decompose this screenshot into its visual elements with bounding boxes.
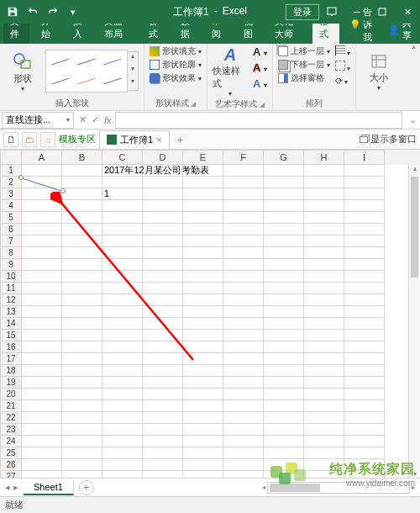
cell[interactable] [344, 188, 385, 200]
cell[interactable] [304, 447, 344, 459]
collapse-ribbon-icon[interactable]: ˄ [408, 44, 420, 110]
text-outline-button[interactable]: A ▾ [253, 61, 267, 74]
cell[interactable] [223, 306, 264, 318]
cell[interactable] [22, 247, 62, 259]
cell[interactable] [62, 224, 102, 235]
shape-line-2[interactable] [74, 52, 99, 71]
cell[interactable] [304, 165, 344, 177]
cell[interactable] [183, 424, 223, 436]
cell[interactable] [304, 306, 344, 318]
cell[interactable] [223, 200, 264, 212]
cell[interactable] [304, 318, 344, 330]
cell[interactable] [143, 341, 183, 353]
cell[interactable] [304, 224, 344, 235]
col-header-C[interactable]: C [102, 150, 143, 165]
cell[interactable] [143, 447, 183, 459]
cell[interactable] [183, 165, 223, 177]
shape-handle-start[interactable] [18, 175, 24, 180]
col-header-F[interactable]: F [223, 150, 264, 165]
cell[interactable] [264, 306, 304, 318]
cell[interactable] [62, 259, 102, 271]
row-header[interactable]: 16 [0, 341, 22, 353]
cell[interactable] [264, 400, 304, 412]
shape-outline-button[interactable]: 形状轮廓▾ [150, 59, 202, 71]
cell[interactable] [344, 200, 385, 212]
cell[interactable] [183, 365, 223, 377]
row-header[interactable]: 10 [0, 271, 22, 283]
cell[interactable] [264, 212, 304, 224]
cell[interactable] [143, 247, 183, 259]
cell[interactable] [22, 389, 62, 400]
cell[interactable] [143, 389, 183, 400]
cell[interactable] [344, 247, 385, 259]
cell[interactable] [183, 318, 223, 330]
cell[interactable]: 1 [102, 188, 143, 200]
cell[interactable] [344, 389, 385, 400]
select-all-cell[interactable] [0, 150, 22, 165]
row-header[interactable]: 22 [0, 412, 22, 424]
save-icon[interactable] [3, 3, 22, 21]
cell[interactable] [223, 389, 264, 400]
cell[interactable] [22, 412, 62, 424]
cell[interactable] [264, 247, 304, 259]
cell[interactable] [344, 353, 385, 365]
cell[interactable] [344, 306, 385, 318]
cell[interactable] [102, 235, 143, 247]
cell[interactable] [264, 389, 304, 400]
cell[interactable] [102, 247, 143, 259]
size-button[interactable]: 大小 ▾ [361, 45, 396, 99]
scroll-down-icon[interactable]: ▾ [409, 470, 420, 478]
cell[interactable] [344, 436, 385, 447]
cell[interactable] [344, 341, 385, 353]
row-header[interactable]: 27 [0, 471, 22, 478]
cell[interactable] [22, 341, 62, 353]
cell[interactable] [143, 353, 183, 365]
cell[interactable] [344, 318, 385, 330]
cell[interactable] [344, 224, 385, 235]
cell[interactable] [183, 294, 223, 306]
cell[interactable] [223, 294, 264, 306]
col-header-A[interactable]: A [22, 150, 62, 165]
row-header[interactable]: 14 [0, 318, 22, 330]
tell-me-search[interactable]: 💡告诉我 [349, 6, 378, 44]
col-header-D[interactable]: D [143, 150, 183, 165]
cell[interactable] [223, 412, 264, 424]
group-button[interactable]: ▾ [335, 61, 351, 72]
cell[interactable] [344, 165, 385, 177]
cell[interactable] [183, 471, 223, 478]
cell[interactable] [62, 294, 102, 306]
cell[interactable] [102, 318, 143, 330]
cell[interactable] [223, 283, 264, 294]
cell[interactable] [102, 200, 143, 212]
cell[interactable] [183, 247, 223, 259]
cell[interactable] [264, 224, 304, 235]
cell[interactable] [264, 318, 304, 330]
horizontal-scrollbar[interactable]: ◂ ▸ [94, 482, 420, 494]
cell[interactable] [304, 212, 344, 224]
cell[interactable] [344, 365, 385, 377]
cell[interactable] [22, 424, 62, 436]
cell[interactable] [102, 471, 143, 478]
cell[interactable] [22, 400, 62, 412]
cell[interactable] [304, 200, 344, 212]
cell[interactable] [102, 459, 143, 471]
cell[interactable] [264, 424, 304, 436]
row-header[interactable]: 8 [0, 247, 22, 259]
cell[interactable] [62, 318, 102, 330]
col-header-E[interactable]: E [183, 150, 223, 165]
cell[interactable] [264, 447, 304, 459]
expand-formula-bar-icon[interactable]: ⌄ [406, 114, 420, 125]
template-zone-link[interactable]: 模板专区 [59, 133, 96, 145]
cell[interactable] [304, 271, 344, 283]
col-header-I[interactable]: I [344, 150, 385, 165]
shape-line-6[interactable] [100, 71, 125, 90]
cell[interactable] [223, 471, 264, 478]
row-header[interactable]: 7 [0, 235, 22, 247]
cell[interactable] [22, 200, 62, 212]
cell[interactable] [183, 436, 223, 447]
cell[interactable] [102, 294, 143, 306]
cell[interactable] [22, 283, 62, 294]
cell[interactable] [102, 412, 143, 424]
cell[interactable] [264, 436, 304, 447]
cell[interactable] [344, 330, 385, 341]
